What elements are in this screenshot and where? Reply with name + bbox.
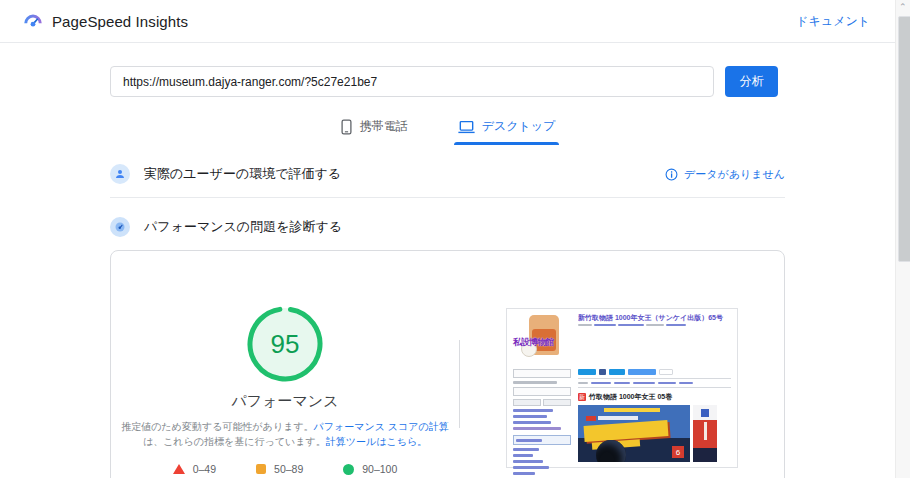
thumb-main: 新竹取物語 1000年女王（サンケイ出版）65号 [578, 314, 731, 462]
thumb-article-heading: 新 竹取物語 1000年女王 05巻 [578, 392, 731, 402]
score-value: 95 [246, 305, 324, 383]
score-column: 95 パフォーマンス 推定値のため変動する可能性があります。パフォーマンス スコ… [111, 251, 459, 478]
calculator-link[interactable]: 計算ツールはこちら。 [326, 436, 427, 447]
scrollbar-thumb[interactable] [898, 16, 910, 262]
green-circle-icon [343, 464, 354, 475]
section-field-header[interactable]: 実際のユーザーの環境で評価する データがありません [110, 164, 785, 184]
tab-desktop-label: デスクトップ [482, 118, 556, 135]
thumb-text-line [513, 381, 557, 384]
score-calc-link[interactable]: パフォーマンス スコアの計算 [314, 421, 449, 432]
thumb-page-title: 新竹取物語 1000年女王（サンケイ出版）65号 [578, 314, 731, 322]
thumb-link [513, 454, 533, 457]
note-text-1: 推定値のため変動する可能性があります。 [121, 421, 313, 432]
screenshot-column: 私設博物館 [460, 251, 784, 478]
score-label: パフォーマンス [231, 392, 338, 411]
app-title: PageSpeed Insights [52, 13, 188, 30]
red-triangle-icon [173, 464, 185, 474]
thumb-tweet-button [578, 369, 596, 375]
tab-mobile-label: 携帯電話 [360, 118, 408, 135]
thumb-search-buttons [513, 399, 571, 406]
field-users-icon [110, 164, 130, 184]
report-card: 95 パフォーマンス 推定値のため変動する可能性があります。パフォーマンス スコ… [110, 250, 785, 478]
info-icon [665, 168, 678, 181]
legend-item-average: 50–89 [256, 463, 303, 475]
analyze-row: 分析 [110, 66, 785, 97]
note-text-2: は、これらの指標を基に行っています。 [143, 436, 326, 447]
thumb-volume-badge: 6 [672, 446, 684, 458]
thumb-whitespace [578, 326, 731, 369]
legend-range-poor: 0–49 [193, 463, 216, 475]
section-lab-header[interactable]: パフォーマンスの問題を診断する [110, 217, 785, 237]
tab-desktop-underline [454, 142, 560, 145]
thumb-link [513, 448, 539, 451]
analyze-button[interactable]: 分析 [725, 66, 778, 97]
url-input[interactable] [110, 66, 714, 97]
app-header: PageSpeed Insights ドキュメント [0, 0, 910, 43]
legend-range-average: 50–89 [274, 463, 303, 475]
thumb-link [513, 421, 551, 424]
thumb-language-select [513, 369, 571, 378]
main-content: 分析 携帯電話 デスクトップ 実際のユーザーの環境で評価する [110, 66, 785, 478]
thumb-divider [578, 378, 731, 379]
section-field-title: 実際のユーザーの環境で評価する [144, 165, 341, 183]
legend-item-poor: 0–49 [173, 463, 216, 475]
thumb-link [513, 415, 547, 418]
thumb-list-title-bar [516, 439, 542, 442]
documentation-link[interactable]: ドキュメント [796, 13, 870, 30]
orange-square-icon [256, 464, 266, 474]
score-note: 推定値のため変動する可能性があります。パフォーマンス スコアの計算は、これらの指… [120, 419, 450, 449]
desktop-icon [458, 120, 475, 134]
thumb-search-box [513, 387, 571, 396]
thumb-share-button [609, 369, 625, 375]
legend-item-good: 90–100 [343, 463, 397, 475]
device-tabs: 携帯電話 デスクトップ [110, 114, 785, 145]
thumb-site-name: 私設博物館 [513, 336, 553, 349]
thumb-pocket-button [659, 369, 673, 375]
page-screenshot-thumbnail[interactable]: 私設博物館 [506, 308, 738, 468]
thumb-comic-cover-image: 6 [578, 405, 690, 462]
thumb-divider [578, 387, 731, 388]
no-data-status[interactable]: データがありません [665, 167, 785, 182]
tab-mobile[interactable]: 携帯電話 [336, 114, 412, 145]
mobile-phone-icon [340, 119, 353, 135]
score-legend: 0–49 50–89 90–100 [173, 463, 398, 475]
section-divider [110, 197, 785, 198]
thumb-tags-line [578, 382, 731, 385]
thumb-new-badge: 新 [578, 393, 586, 401]
thumb-link [513, 466, 549, 469]
thumb-hatena-button [628, 369, 656, 375]
thumb-article-images: 6 [578, 405, 731, 462]
section-lab-title: パフォーマンスの問題を診断する [144, 218, 342, 236]
legend-range-good: 90–100 [362, 463, 397, 475]
thumb-comic-spine-image [693, 405, 717, 462]
thumb-site-logo: 私設博物館 [513, 314, 571, 366]
lab-gauge-icon [110, 217, 130, 237]
thumb-link [513, 460, 543, 463]
thumb-link [513, 409, 553, 412]
thumb-link [513, 472, 535, 475]
thumb-link [513, 427, 561, 430]
scrollbar-up-icon[interactable]: ⌃ [899, 3, 908, 12]
thumb-mascot-image [529, 315, 559, 355]
tab-desktop[interactable]: デスクトップ [454, 114, 560, 145]
thumb-share-buttons [578, 369, 731, 375]
thumb-heading-text: 竹取物語 1000年女王 05巻 [589, 392, 672, 402]
pagespeed-logo-icon [22, 10, 44, 32]
thumb-facebook-button [599, 369, 606, 375]
window-scrollbar[interactable]: ⌃ [895, 0, 910, 478]
thumb-sidebar: 私設博物館 [513, 314, 571, 462]
no-data-label: データがありません [684, 167, 785, 182]
performance-score-gauge[interactable]: 95 [246, 305, 324, 383]
thumb-list-header [513, 435, 571, 445]
